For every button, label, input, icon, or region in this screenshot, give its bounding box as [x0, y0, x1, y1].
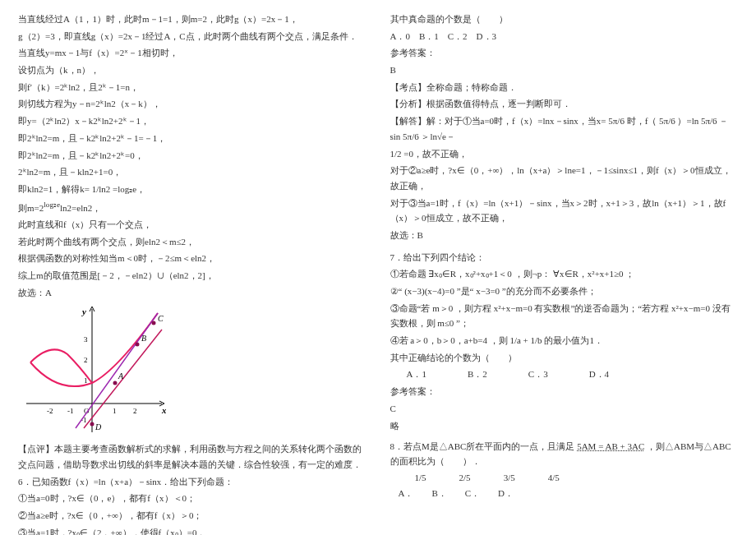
text-fragment: ①若命题 [390, 269, 426, 279]
option-frac-b: 2/5 [459, 473, 471, 482]
solution-line: 则m=2log₂eln2=eln2， [18, 199, 366, 215]
solution-line: 即2ᵏln2=m，且－k2ᵏln2+2ᵏ－1=－1， [18, 131, 366, 146]
fraction: 5π/6 [403, 131, 419, 141]
option-d: D．4 [589, 368, 609, 380]
solution-line: 此时直线和f（x）只有一个交点， [18, 217, 366, 233]
answer-value: C [390, 401, 739, 417]
svg-text:O: O [84, 407, 90, 415]
math-expr: ∀x∈R，x²+x+1≥0 [553, 269, 624, 279]
options-labels: A． B． C． D． [399, 486, 739, 501]
math-expr: x²+x−m=0 [494, 303, 532, 313]
solution-line: 则切线方程为y－n=2ᵏln2（x－k）， [18, 96, 366, 112]
svg-text:-1: -1 [67, 407, 74, 415]
solution-line: 当直线经过A（1，1）时，此时m－1=1，则m=2，此时g（x）=2x－1， [18, 12, 366, 27]
text-fragment: 【解答】解：对于①当a=0时，f（x）=lnx－sinx，当x= [390, 116, 606, 126]
math-expr: (x−3)(x−4)=0 [404, 286, 454, 296]
text-fragment: 时，f（ [627, 116, 657, 126]
svg-text:B: B [141, 334, 146, 343]
answer-value: B [390, 62, 739, 78]
svg-text:1: 1 [113, 407, 117, 415]
svg-text:-2: -2 [47, 407, 53, 415]
svg-text:y: y [81, 307, 86, 316]
text-fragment: ”； [456, 318, 469, 328]
brief: 略 [390, 418, 739, 434]
problem-stem: 8．若点M是△ABC所在平面内的一点，且满足 5AM = AB + 3AC ，则… [390, 439, 739, 469]
answer-label: 参考答案： [390, 384, 739, 399]
proposition: ③当a=1时，?x₀∈（2，+∞），使得f（x₀）=0． [18, 525, 366, 535]
solution-line: 对于②a≥e时，?x∈（0，+∞），ln（x+a）＞lne=1，－1≤sinx≤… [390, 163, 739, 193]
svg-point-15 [113, 381, 118, 385]
question-tail: 其中真命题的个数是（ ） [390, 12, 739, 27]
answer-choice: 故选：B [390, 228, 739, 243]
svg-point-19 [152, 321, 156, 325]
solution-line: 若此时两个曲线有两个交点，则eln2＜m≤2， [18, 234, 366, 250]
proposition: ①当a=0时，?x∈（0，e），都有f（x）＜0； [18, 491, 366, 506]
svg-text:3: 3 [84, 335, 88, 344]
text-fragment: ”的充分而不必要条件； [502, 286, 597, 296]
text-fragment: ）=ln [677, 116, 698, 126]
svg-text:2: 2 [84, 356, 88, 364]
fraction: 5π/6 [701, 116, 717, 126]
svg-text:D: D [94, 422, 102, 431]
comment-line: 【点评】本题主要考查函数解析式的求解，利用函数与方程之间的关系转化两个函数的交点… [18, 441, 366, 472]
function-graph: x y O 1 2 -1 -2 1 2 3 -1 A B C D [18, 305, 166, 436]
superscript: log₂e [44, 201, 60, 209]
options-inline: A．0 B．1 C．2 D．3 [390, 29, 739, 44]
svg-text:x: x [161, 405, 166, 415]
solution-line: g（2）=3，即直线g（x）=2x－1经过A，C点，此时两个曲线有两个交点，满足… [18, 29, 366, 44]
math-expr: 1/a + 1/b [509, 335, 542, 345]
answer-choice: 故选：A [18, 285, 366, 301]
text-fragment: =log₂e， [113, 184, 145, 194]
question-tail: 其中正确结论的个数为（ ） [390, 350, 739, 366]
text-fragment: ； [625, 269, 634, 279]
proposition: ②“ (x−3)(x−4)=0 ”是“ x−3=0 ”的充分而不必要条件； [390, 284, 739, 299]
math-expr: a＞0，b＞0，a+b=4 [410, 335, 487, 345]
text-fragment: 则m=2 [18, 202, 44, 212]
proposition: ④若 a＞0，b＞0，a+b=4 ，则 1/a + 1/b 的最小值为1． [390, 333, 739, 348]
fraction: 1/ln2 [92, 184, 111, 194]
option-frac-a: 1/5 [415, 473, 426, 482]
math-expr: 5AM = AB + 3AC [577, 441, 644, 451]
option-frac-d: 4/5 [548, 473, 560, 482]
svg-text:C: C [158, 314, 164, 323]
fraction: 5π/6 [608, 116, 625, 126]
answer-label: 参考答案： [390, 45, 739, 61]
math-expr: ∃x₀∈R，x₀²+x₀+1＜0 [428, 269, 512, 279]
solution-line: 即2ᵏln2=m，且－k2ᵏln2+2ᵏ=0， [18, 148, 366, 164]
solution-line: 【解答】解：对于①当a=0时，f（x）=lnx－sinx，当x= 5π/6 时，… [390, 113, 739, 144]
left-column: 当直线经过A（1，1）时，此时m－1=1，则m=2，此时g（x）=2x－1， g… [10, 10, 376, 525]
solution-line: 对于③当a=1时，f（x）=ln（x+1）－sinx，当x＞2时，x+1＞3，故… [390, 196, 739, 226]
graph-svg: x y O 1 2 -1 -2 1 2 3 -1 A B C D [18, 305, 166, 436]
text-fragment: 即kln2=1，解得k= [18, 184, 90, 194]
math-expr: m＞0 [432, 303, 453, 313]
options-row: A．1 B．2 C．3 D．4 [407, 368, 739, 380]
exam-point: 【考点】全称命题；特称命题． [390, 80, 739, 95]
solution-line: 即y=（2ᵏln2）x－k2ᵏln2+2ᵏ－1， [18, 113, 366, 129]
text-fragment: ④若 [390, 335, 408, 345]
text-fragment: ，则 [490, 335, 508, 345]
solution-line: 2ᵏln2=m，且－kln2+1=0， [18, 164, 366, 180]
fraction: 5π/6 [659, 116, 675, 126]
text-fragment: =0，故不正确， [403, 149, 468, 159]
analysis: 【分析】根据函数值得特点，逐一判断即可． [390, 96, 739, 112]
svg-text:2: 2 [133, 407, 137, 415]
text-fragment: ，则方程 [455, 303, 491, 313]
math-expr: x²+x−m=0 [671, 303, 710, 313]
text-fragment: ＞ln√e－ [421, 131, 454, 141]
options-fractions: 1/5 2/5 3/5 4/5 [415, 473, 739, 482]
math-expr: m≤0 [437, 318, 454, 328]
option-frac-c: 3/5 [504, 473, 515, 482]
text-fragment: 的最小值为1． [544, 335, 603, 345]
svg-point-21 [90, 422, 94, 427]
text-fragment: ln2=eln2， [60, 202, 101, 212]
text-fragment: ②“ [390, 286, 403, 296]
proposition: ①若命题 ∃x₀∈R，x₀²+x₀+1＜0 ，则¬p： ∀x∈R，x²+x+1≥… [390, 266, 739, 282]
svg-text:A: A [118, 371, 124, 380]
fraction: 1/2 [390, 149, 402, 159]
right-column: 其中真命题的个数是（ ） A．0 B．1 C．2 D．3 参考答案： B 【考点… [376, 10, 747, 525]
text-fragment: ”是“ [457, 286, 474, 296]
text-fragment: ③命题“若 [390, 303, 431, 313]
solution-line: 设切点为（k，n）， [18, 62, 366, 78]
proposition: ③命题“若 m＞0 ，则方程 x²+x−m=0 有实数根”的逆否命题为；“若方程… [390, 301, 739, 331]
option-b: B．2 [468, 368, 487, 380]
